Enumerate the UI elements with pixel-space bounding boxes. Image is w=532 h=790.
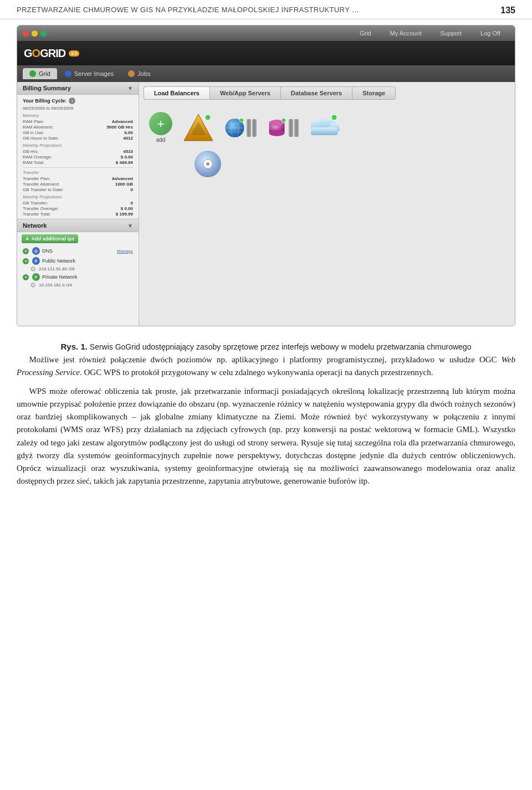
maximize-button[interactable]: [40, 30, 47, 37]
caption-text: Serwis GoGrid udostępniający zasoby sprz…: [90, 342, 472, 351]
gb-hours-label: GB Hours to Date:: [23, 136, 59, 141]
load-balancer-card[interactable]: [182, 112, 214, 144]
private-net-expand-icon[interactable]: +: [23, 274, 29, 280]
gb-hours-value: 4012: [123, 136, 133, 141]
transfer-total-label: Transfer Total:: [23, 212, 51, 217]
ram-plan-row: RAM Plan: Advanced: [23, 119, 133, 124]
memory-subsection: Memory: [23, 113, 133, 118]
ram-overage-label: RAM Overage:: [23, 155, 52, 160]
db-server-sticks: [289, 119, 299, 137]
database-icon-area: [267, 112, 299, 144]
private-ip-item: + 10.103.181.0 /24: [22, 283, 134, 288]
logo-area: GOGRID 2.0: [24, 47, 79, 60]
logo-badge: 2.0: [69, 50, 79, 57]
private-ip-expand[interactable]: +: [30, 283, 35, 288]
gb-transfer-row: GB Transfer: 0: [23, 201, 133, 206]
tab-grid[interactable]: Grid: [23, 68, 57, 79]
transfer-total-value: $ 199.99: [116, 212, 133, 217]
ram-overage-row: RAM Overage: $ 0.00: [23, 155, 133, 160]
gb-transfer-date-label: GB Transfer to Date:: [23, 187, 63, 192]
tab-jobs[interactable]: Jobs: [121, 68, 157, 79]
public-net-expand-icon[interactable]: +: [23, 258, 29, 264]
public-net-icon: P: [32, 257, 40, 265]
logo-bar: GOGRID 2.0: [17, 41, 515, 65]
load-balancer-icon-area: [182, 112, 214, 144]
server-icons-row2: [144, 150, 510, 184]
transfer-overage-value: $ 0.00: [121, 206, 133, 211]
add-server-button[interactable]: + add: [149, 112, 172, 143]
top-nav: Grid My Account Support Log Off: [351, 28, 509, 38]
dns-expand-icon[interactable]: +: [23, 248, 29, 254]
tab-webapp-servers[interactable]: Web/App Servers: [209, 86, 280, 100]
minimize-button[interactable]: [32, 30, 38, 37]
add-ips-button[interactable]: + Add additional ips: [22, 234, 78, 243]
billing-cycle-row: Your Billing Cycle: i: [23, 98, 133, 104]
svg-point-18: [331, 115, 337, 120]
body-para-2: WPS może oferować obliczenia tak proste,…: [17, 385, 515, 488]
ram-total-value: $ 489.99: [116, 160, 133, 165]
private-network-label: Private Network: [42, 274, 133, 280]
logoff-top-tab[interactable]: Log Off: [472, 28, 509, 38]
billing-cycle-date: 08/25/2009 to 09/25/2009: [23, 106, 133, 111]
gb-hrs-row: GB Hrs: 4510: [23, 149, 133, 154]
ram-plan-value: Advanced: [112, 119, 133, 124]
private-network-item: + P Private Network: [22, 273, 134, 281]
storage-icon-area: [309, 112, 341, 144]
webapp-server-card[interactable]: [224, 112, 257, 144]
logo-text: GOGRID: [24, 47, 65, 60]
main-content: Load Balancers Web/App Servers Database …: [139, 82, 515, 326]
server-images-tab-label: Server Images: [74, 70, 114, 77]
tab-load-balancers[interactable]: Load Balancers: [144, 86, 209, 100]
transfer-plan-label: Transfer Plan:: [23, 176, 50, 181]
dns-icon: D: [32, 247, 40, 255]
gb-transfer-date-value: 0: [131, 187, 133, 192]
server-icons-area: + add: [144, 106, 510, 150]
add-ips-icon: +: [25, 235, 29, 242]
grid-top-tab[interactable]: Grid: [351, 28, 380, 38]
gb-in-use-row: GB in Use: 6.00: [23, 130, 133, 135]
webapp-server-icon-area: [224, 112, 257, 144]
tab-server-images[interactable]: Server Images: [58, 68, 121, 79]
cd-svg-1: [193, 150, 222, 178]
svg-point-8: [239, 118, 244, 122]
transfer-plan-row: Transfer Plan: Advanced: [23, 176, 133, 181]
cloud-svg: [309, 112, 341, 141]
close-button[interactable]: [23, 30, 29, 37]
network-collapse-arrow[interactable]: ▼: [127, 223, 133, 229]
ram-overage-value: $ 0.00: [121, 155, 133, 160]
tab-storage[interactable]: Storage: [352, 86, 396, 100]
gb-hours-row: GB Hours to Date: 4012: [23, 136, 133, 141]
gb-transfer-date-row: GB Transfer to Date: 0: [23, 187, 133, 192]
transfer-allot-label: Transfer Allotment:: [23, 182, 60, 187]
svg-point-2: [205, 115, 211, 120]
dns-label: DNS: [42, 248, 115, 254]
billing-info-icon[interactable]: i: [69, 98, 75, 104]
public-ip-address: 216.121.91.80 /28: [39, 266, 75, 271]
billing-header[interactable]: Billing Summary ▼: [17, 82, 139, 95]
load-balancer-svg: [182, 112, 214, 144]
monthly-proj2-label: Monthly Projections:: [23, 194, 133, 199]
svg-rect-17: [311, 127, 337, 135]
title-bar: Grid My Account Support Log Off: [17, 25, 515, 41]
svg-point-11: [269, 130, 285, 136]
my-account-top-tab[interactable]: My Account: [381, 28, 431, 38]
gb-transfer-label: GB Transfer:: [23, 201, 48, 206]
transfer-overage-row: Transfer Overage: $ 0.00: [23, 206, 133, 211]
cd-card-1[interactable]: [193, 150, 222, 178]
transfer-allot-row: Transfer Allotment: 1000 GB: [23, 182, 133, 187]
tab-database-servers[interactable]: Database Servers: [280, 86, 352, 100]
billing-collapse-arrow[interactable]: ▼: [127, 85, 133, 91]
server-images-tab-icon: [65, 70, 71, 77]
figure-caption: Rys. 1. Serwis GoGrid udostępniający zas…: [0, 336, 532, 353]
transfer-subsection: Transfer: [23, 170, 133, 175]
storage-card[interactable]: [309, 112, 341, 144]
network-title: Network: [23, 222, 47, 229]
add-circle-icon: +: [149, 112, 172, 135]
database-server-card[interactable]: [267, 112, 299, 144]
network-header[interactable]: Network ▼: [17, 219, 139, 232]
support-top-tab[interactable]: Support: [432, 28, 471, 38]
dns-manage-link[interactable]: Manage: [117, 249, 133, 254]
public-ip-expand[interactable]: +: [30, 266, 35, 271]
billing-section: Your Billing Cycle: i 08/25/2009 to 09/2…: [17, 95, 139, 219]
gb-hrs-label: GB Hrs:: [23, 149, 38, 154]
